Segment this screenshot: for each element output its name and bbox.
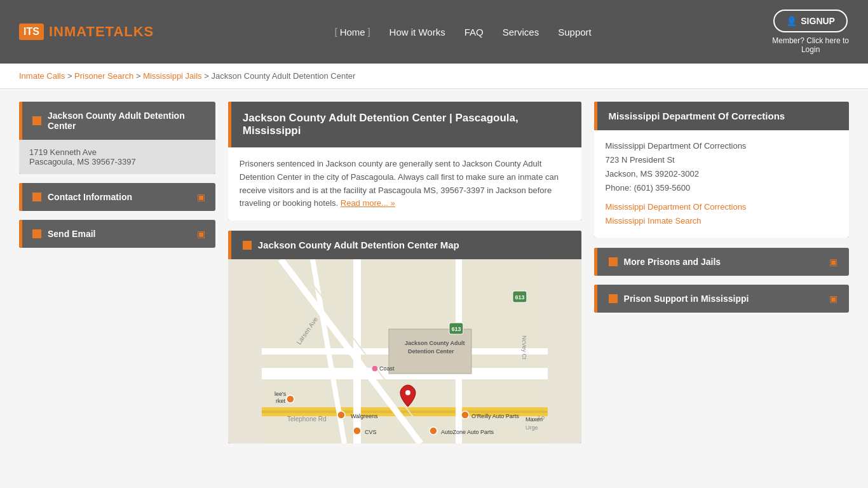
bracket-left: [ xyxy=(335,27,337,37)
facility-description-body: Prisoners sentenced in Jackson county ar… xyxy=(228,147,581,220)
signup-button[interactable]: 👤 SIGNUP xyxy=(773,10,848,32)
center-column: Jackson County Adult Detention Center | … xyxy=(228,102,581,444)
svg-text:rket: rket xyxy=(276,398,286,404)
prison-support-chevron-icon: ▣ xyxy=(829,294,837,304)
signup-label: SIGNUP xyxy=(801,16,835,26)
logo-inmate: INMATE xyxy=(49,24,105,39)
send-email-panel: Send Email ▣ xyxy=(19,220,215,248)
read-more-link[interactable]: Read more... » xyxy=(341,198,395,208)
dept-phone: Phone: (601) 359-5600 xyxy=(606,181,837,195)
nav-home-wrap: [ Home ] xyxy=(335,27,370,37)
svg-text:Lo: Lo xyxy=(538,414,545,421)
facility-address-line2: Pascagoula, MS 39567-3397 xyxy=(29,157,205,166)
svg-text:lee's: lee's xyxy=(275,391,287,397)
svg-text:613: 613 xyxy=(451,326,461,332)
contact-chevron-icon: ▣ xyxy=(197,192,205,202)
prison-support-panel: Prison Support in Mississippi ▣ xyxy=(594,285,849,313)
send-email-header[interactable]: Send Email ▣ xyxy=(19,220,215,248)
prison-support-header[interactable]: Prison Support in Mississippi ▣ xyxy=(594,285,849,313)
dept-address-line1: Mississippi Department Of Corrections xyxy=(606,139,837,153)
breadcrumb: Inmate Calls > Prisoner Search > Mississ… xyxy=(0,64,868,89)
member-login-link[interactable]: Member? Click here to Login xyxy=(772,36,849,54)
logo-text: INMATETALKS xyxy=(49,24,154,40)
svg-point-24 xyxy=(353,427,361,435)
nav-services[interactable]: Services xyxy=(503,27,539,37)
breadcrumb-prisoner-search[interactable]: Prisoner Search xyxy=(74,71,133,81)
facility-name-title: Jackson County Adult Detention Center xyxy=(48,111,205,131)
svg-text:CVS: CVS xyxy=(365,429,377,435)
email-chevron-icon: ▣ xyxy=(197,229,205,239)
breadcrumb-sep1: > xyxy=(67,71,74,81)
breadcrumb-mississippi-jails[interactable]: Mississippi Jails xyxy=(143,71,201,81)
site-header: ITS INMATETALKS [ Home ] How it Works FA… xyxy=(0,0,868,64)
send-email-title: Send Email xyxy=(48,229,95,239)
map-title: Jackson County Adult Detention Center Ma… xyxy=(258,240,459,250)
dept-link2[interactable]: Mississippi Inmate Search xyxy=(606,214,837,228)
more-prisons-chevron-icon: ▣ xyxy=(829,257,837,267)
facility-description-title: Jackson County Adult Detention Center | … xyxy=(243,112,519,137)
logo-its-badge: ITS xyxy=(19,24,44,40)
svg-point-22 xyxy=(461,411,469,419)
map-orange-square-icon xyxy=(243,241,252,250)
dept-corrections-body: Mississippi Department Of Corrections 72… xyxy=(594,130,849,238)
more-prisons-icon xyxy=(609,257,618,266)
breadcrumb-inmate-calls[interactable]: Inmate Calls xyxy=(19,71,65,81)
map-header: Jackson County Adult Detention Center Ma… xyxy=(228,231,581,259)
breadcrumb-sep3: > xyxy=(204,71,211,81)
svg-point-26 xyxy=(430,427,437,435)
map-svg: Larsen Ave Telephone Rd Jackson County A… xyxy=(228,259,581,444)
facility-description-text: Prisoners sentenced in Jackson county ar… xyxy=(240,159,559,208)
more-prisons-panel: More Prisons and Jails ▣ xyxy=(594,248,849,276)
facility-address-line1: 1719 Kenneth Ave xyxy=(29,147,205,157)
contact-information-panel: Contact Information ▣ xyxy=(19,183,215,211)
contact-information-header[interactable]: Contact Information ▣ xyxy=(19,183,215,211)
nav-home[interactable]: Home xyxy=(340,27,365,37)
left-column: Jackson County Adult Detention Center 17… xyxy=(19,102,215,444)
facility-name-panel: Jackson County Adult Detention Center 17… xyxy=(19,102,215,174)
svg-text:Urge: Urge xyxy=(526,424,538,431)
more-prisons-title: More Prisons and Jails xyxy=(624,257,721,267)
facility-description-header: Jackson County Adult Detention Center | … xyxy=(228,102,581,147)
main-content: Jackson County Adult Detention Center 17… xyxy=(0,89,868,456)
contact-orange-square-icon xyxy=(32,193,41,201)
nav-how-it-works[interactable]: How it Works xyxy=(390,27,445,37)
user-icon: 👤 xyxy=(786,16,797,26)
bracket-right: ] xyxy=(368,27,370,37)
dept-corrections-title: Mississippi Department Of Corrections xyxy=(609,111,785,121)
svg-text:Jackson County Adult: Jackson County Adult xyxy=(405,340,465,346)
nav-faq[interactable]: FAQ xyxy=(465,27,484,37)
dept-address-line3: Jackson, MS 39202-3002 xyxy=(606,167,837,181)
dept-address-line2: 723 N President St xyxy=(606,153,837,167)
orange-square-icon xyxy=(32,116,41,125)
right-column: Mississippi Department Of Corrections Mi… xyxy=(594,102,849,444)
more-prisons-header[interactable]: More Prisons and Jails ▣ xyxy=(594,248,849,276)
svg-point-18 xyxy=(337,411,345,419)
svg-text:Walgreens: Walgreens xyxy=(351,413,378,419)
main-nav: [ Home ] How it Works FAQ Services Suppo… xyxy=(335,27,592,37)
svg-text:Coast: Coast xyxy=(379,365,395,372)
facility-name-header[interactable]: Jackson County Adult Detention Center xyxy=(19,102,215,140)
svg-point-32 xyxy=(405,390,410,395)
svg-point-28 xyxy=(287,395,294,403)
signup-area: 👤 SIGNUP Member? Click here to Login xyxy=(772,10,849,54)
svg-text:613: 613 xyxy=(515,294,524,301)
dept-corrections-panel: Mississippi Department Of Corrections Mi… xyxy=(594,102,849,238)
nav-support[interactable]: Support xyxy=(558,27,592,37)
site-logo[interactable]: ITS INMATETALKS xyxy=(19,24,154,40)
dept-corrections-header: Mississippi Department Of Corrections xyxy=(594,102,849,130)
map-panel: Jackson County Adult Detention Center Ma… xyxy=(228,231,581,444)
facility-description-panel: Jackson County Adult Detention Center | … xyxy=(228,102,581,220)
facility-address-body: 1719 Kenneth Ave Pascagoula, MS 39567-33… xyxy=(19,140,215,174)
svg-text:AutoZone Auto Parts: AutoZone Auto Parts xyxy=(441,429,494,435)
breadcrumb-current: Jackson County Adult Detention Center xyxy=(211,71,355,81)
map-container[interactable]: Larsen Ave Telephone Rd Jackson County A… xyxy=(228,259,581,444)
telephone-rd-label: Telephone Rd xyxy=(287,416,327,423)
svg-text:NcVey Ct: NcVey Ct xyxy=(521,336,527,360)
svg-point-21 xyxy=(372,365,378,372)
svg-text:Detention Center: Detention Center xyxy=(408,348,454,355)
email-orange-square-icon xyxy=(32,229,41,238)
dept-link1[interactable]: Mississippi Department Of Corrections xyxy=(606,200,837,214)
breadcrumb-sep2: > xyxy=(136,71,143,81)
svg-text:O'Reilly Auto Parts: O'Reilly Auto Parts xyxy=(471,413,519,419)
logo-talks: TALKS xyxy=(105,24,154,39)
